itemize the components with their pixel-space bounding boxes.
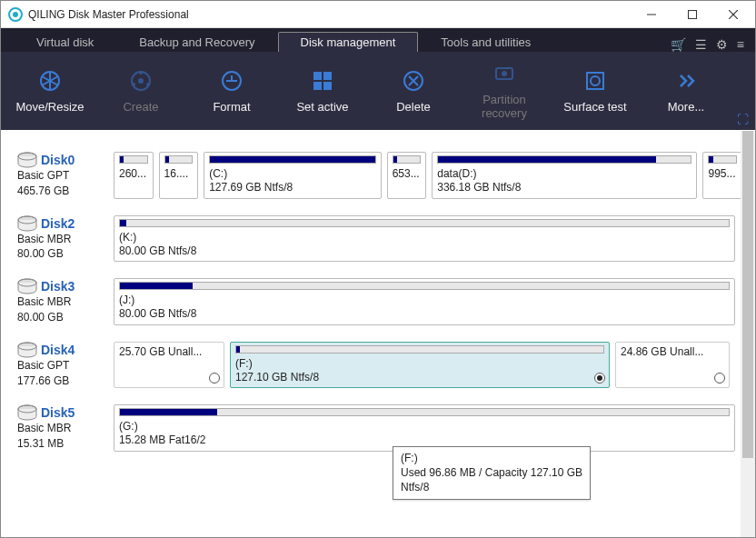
maximize-button[interactable] <box>671 1 712 27</box>
tool-icon <box>37 68 63 94</box>
menu-icon[interactable]: ≡ <box>737 37 744 52</box>
tab-disk-management[interactable]: Disk management <box>278 32 419 52</box>
disk-size: 177.66 GB <box>17 374 106 389</box>
disk-name: Disk2 <box>41 216 75 231</box>
tab-backup-and-recovery[interactable]: Backup and Recovery <box>116 32 277 52</box>
tool-more-[interactable]: More... <box>641 68 731 115</box>
tool-label: Create <box>123 101 158 115</box>
tool-icon <box>582 68 608 94</box>
minimize-button[interactable] <box>631 1 671 27</box>
svg-point-10 <box>146 83 150 86</box>
disk-row: Disk5Basic MBR15.31 MB(G:)15.28 MB Fat16… <box>17 404 742 452</box>
partition-size: 80.00 GB Ntfs/8 <box>119 244 730 257</box>
disk-row: Disk3Basic MBR80.00 GB(J:)80.00 GB Ntfs/… <box>17 278 742 325</box>
disk-type: Basic GPT <box>17 168 106 184</box>
list-icon[interactable]: ☰ <box>695 37 707 52</box>
disk-icon <box>17 152 37 168</box>
partition[interactable]: (G:)15.28 MB Fat16/2 <box>114 404 735 452</box>
disk-name: Disk4 <box>41 343 75 357</box>
tool-label: Delete <box>396 101 431 115</box>
tab-virtual-disk[interactable]: Virtual disk <box>14 32 116 52</box>
partition[interactable]: 260... <box>114 152 154 199</box>
svg-rect-14 <box>323 72 332 80</box>
disk-info: Disk5Basic MBR15.31 MB <box>17 404 106 452</box>
close-button[interactable] <box>712 1 753 27</box>
partition[interactable]: (J:)80.00 GB Ntfs/8 <box>114 278 735 325</box>
gear-icon[interactable]: ⚙ <box>716 37 728 52</box>
partition-strip: (G:)15.28 MB Fat16/2 <box>114 404 742 452</box>
svg-point-8 <box>138 78 144 84</box>
partition-size: 653... <box>393 167 422 180</box>
tooltip-line: Used 96.86 MB / Capacity 127.10 GB <box>401 465 582 480</box>
svg-point-1 <box>13 12 18 17</box>
partition-strip: (K:)80.00 GB Ntfs/8 <box>114 215 742 263</box>
disk-size: 465.76 GB <box>17 184 106 199</box>
tool-partition-recovery: Partition recovery <box>459 61 550 121</box>
usage-bar <box>235 345 604 354</box>
partition[interactable]: (K:)80.00 GB Ntfs/8 <box>114 215 735 263</box>
tool-label: Surface test <box>563 101 626 115</box>
main-tabs: Virtual diskBackup and RecoveryDisk mana… <box>1 28 755 52</box>
partition-unallocated[interactable]: 25.70 GB Unall... <box>114 342 224 389</box>
partition-label: (F:) <box>235 357 604 371</box>
window-title: QILING Disk Master Professional <box>28 8 631 21</box>
disk-size: 80.00 GB <box>17 310 106 325</box>
titlebar: QILING Disk Master Professional <box>1 1 755 28</box>
app-logo-icon <box>8 7 23 22</box>
partition-size: 16.... <box>164 167 194 180</box>
partition-strip: (J:)80.00 GB Ntfs/8 <box>114 278 742 325</box>
tool-surface-test[interactable]: Surface test <box>550 68 641 115</box>
expand-icon[interactable]: ⛶ <box>731 109 754 130</box>
tool-icon <box>492 61 517 86</box>
disk-type: Basic MBR <box>17 232 106 247</box>
usage-bar <box>437 155 691 164</box>
partition-strip: 260...16....(C:)127.69 GB Ntfs/8653...da… <box>114 152 742 199</box>
usage-bar <box>708 155 737 164</box>
disk-name: Disk0 <box>41 153 75 167</box>
partition[interactable]: 653... <box>387 152 427 199</box>
tool-label: More... <box>668 101 704 115</box>
partition-size: 25.70 GB Unall... <box>119 345 219 358</box>
cart-icon[interactable]: 🛒 <box>671 37 686 52</box>
tool-icon <box>401 68 426 94</box>
svg-point-19 <box>502 71 507 76</box>
partition-radio[interactable] <box>209 373 220 384</box>
disk-type: Basic MBR <box>17 421 106 436</box>
tab-tools-and-utilities[interactable]: Tools and utilities <box>418 32 553 52</box>
usage-bar <box>393 155 422 164</box>
tool-set-active[interactable]: Set active <box>277 68 368 115</box>
tool-move-resize[interactable]: Move/Resize <box>5 68 95 115</box>
disk-info: Disk0Basic GPT465.76 GB <box>17 152 106 199</box>
svg-point-9 <box>139 71 143 75</box>
tooltip-line: (F:) <box>401 451 582 465</box>
partition-label: (K:) <box>119 231 730 244</box>
usage-bar <box>119 282 730 290</box>
usage-bar <box>164 155 194 164</box>
svg-rect-13 <box>313 72 322 80</box>
tool-label: Set active <box>296 101 348 115</box>
disk-row: Disk0Basic GPT465.76 GB260...16....(C:)1… <box>17 152 742 199</box>
svg-rect-16 <box>323 82 332 90</box>
partition-size: 995... <box>708 167 737 180</box>
disk-size: 15.31 MB <box>17 436 106 452</box>
partition[interactable]: (F:)127.10 GB Ntfs/8 <box>230 342 610 389</box>
tool-delete[interactable]: Delete <box>368 68 459 115</box>
tool-icon <box>128 68 154 94</box>
scrollbar[interactable] <box>741 131 755 537</box>
usage-bar <box>119 219 730 227</box>
partition-size: 260... <box>119 167 148 180</box>
partition-unallocated[interactable]: 24.86 GB Unall... <box>615 342 730 389</box>
disk-info: Disk2Basic MBR80.00 GB <box>17 215 106 263</box>
partition[interactable]: (C:)127.69 GB Ntfs/8 <box>204 152 382 199</box>
usage-bar <box>209 155 376 164</box>
partition[interactable]: 16.... <box>159 152 199 199</box>
tool-label: Format <box>213 101 250 115</box>
tool-format[interactable]: Format <box>186 68 277 115</box>
partition[interactable]: data(D:)336.18 GB Ntfs/8 <box>432 152 697 199</box>
partition[interactable]: 995... <box>702 152 742 199</box>
disk-icon <box>17 342 37 358</box>
partition-radio[interactable] <box>714 373 725 384</box>
disk-info: Disk4Basic GPT177.66 GB <box>17 342 106 389</box>
disk-icon <box>17 404 37 421</box>
partition-size: 24.86 GB Unall... <box>621 345 724 358</box>
